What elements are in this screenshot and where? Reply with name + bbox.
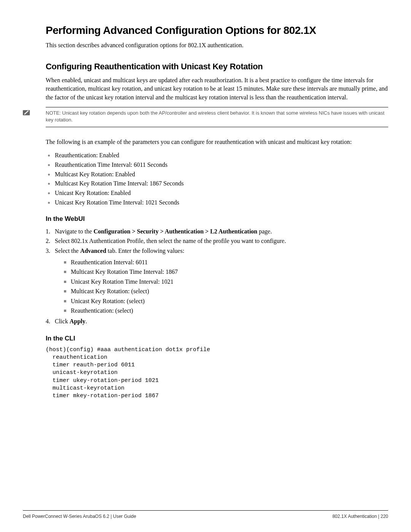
- list-item: Reauthentication Time Interval: 6011 Sec…: [46, 160, 388, 170]
- list-item: Unicast Key Rotation Time Interval: 1021: [55, 277, 388, 287]
- step-item: Click Apply.: [46, 316, 388, 326]
- tab-name-bold: Advanced: [80, 248, 106, 254]
- body-paragraph: The following is an example of the param…: [46, 138, 388, 146]
- step-text: Click: [55, 318, 70, 324]
- step-item: Select 802.1x Authentication Profile, th…: [46, 236, 388, 246]
- note-block: NOTE: Unicast key rotation depends upon …: [46, 107, 388, 127]
- list-item: Multicast Key Rotation: Enabled: [46, 170, 388, 179]
- step-text: .: [85, 318, 87, 324]
- button-name-bold: Apply: [70, 318, 86, 324]
- footer-right: 802.1X Authentication | 220: [332, 514, 388, 519]
- breadcrumb-bold: Configuration > Security > Authenticatio…: [94, 228, 257, 235]
- intro-paragraph: This section describes advanced configur…: [46, 42, 388, 49]
- pencil-note-icon: [23, 109, 30, 116]
- list-item: Multicast Key Rotation: (select): [55, 286, 388, 296]
- cli-code-block: (host)(config) #aaa authentication dot1x…: [46, 346, 388, 400]
- step-item: Select the Advanced tab. Enter the follo…: [46, 246, 388, 316]
- webui-steps: Navigate to the Configuration > Security…: [46, 227, 388, 326]
- step-text: Navigate to the: [55, 228, 94, 235]
- document-page: Performing Advanced Configuration Option…: [0, 0, 411, 400]
- list-item: Reauthentication Interval: 6011: [55, 257, 388, 267]
- list-item: Unicast Key Rotation: (select): [55, 296, 388, 306]
- step-text: page.: [257, 228, 272, 235]
- step-text: tab. Enter the following values:: [106, 248, 184, 254]
- list-item: Reauthentication: Enabled: [46, 151, 388, 160]
- list-item: Reauthentication: (select): [55, 306, 388, 316]
- step-text: Select the: [55, 248, 80, 254]
- list-item: Multicast Key Rotation Time Interval: 18…: [55, 267, 388, 277]
- page-footer: Dell PowerConnect W-Series ArubaOS 6.2 |…: [23, 510, 388, 519]
- page-title: Performing Advanced Configuration Option…: [46, 24, 388, 37]
- parameter-list: Reauthentication: Enabled Reauthenticati…: [46, 151, 388, 208]
- list-item: Unicast Key Rotation: Enabled: [46, 189, 388, 198]
- step-item: Navigate to the Configuration > Security…: [46, 227, 388, 236]
- list-item: Unicast Key Rotation Time Interval: 1021…: [46, 198, 388, 208]
- list-item: Multicast Key Rotation Time Interval: 18…: [46, 179, 388, 189]
- subsection-heading-cli: In the CLI: [46, 335, 388, 342]
- note-text: NOTE: Unicast key rotation depends upon …: [46, 107, 388, 127]
- footer-left: Dell PowerConnect W-Series ArubaOS 6.2 |…: [23, 514, 136, 519]
- value-list: Reauthentication Interval: 6011 Multicas…: [55, 257, 388, 316]
- section-heading: Configuring Reauthentication with Unicas…: [46, 62, 388, 72]
- subsection-heading-webui: In the WebUI: [46, 215, 388, 223]
- body-paragraph: When enabled, unicast and multicast keys…: [46, 76, 388, 102]
